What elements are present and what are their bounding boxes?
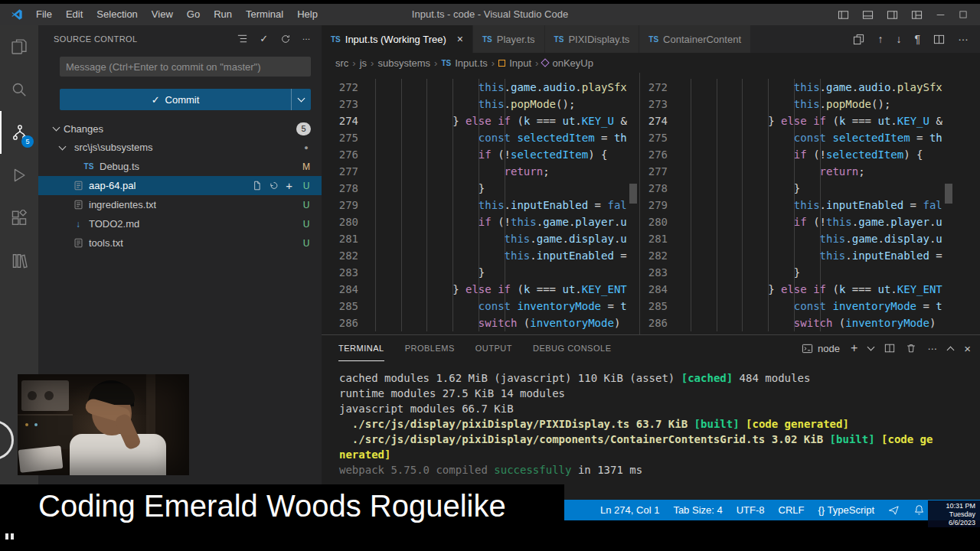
close-panel-icon[interactable]: × xyxy=(964,342,971,355)
code-line[interactable]: 286 switch (inventoryMode) xyxy=(322,315,639,331)
code-line[interactable]: 285 const inventoryMode = t xyxy=(322,298,639,315)
commit-dropdown[interactable] xyxy=(291,89,311,110)
split-terminal-icon[interactable] xyxy=(884,343,895,354)
diff-pane-modified[interactable]: 272 this.game.audio.playSfx273 this.popM… xyxy=(640,73,980,334)
status-encoding[interactable]: UTF-8 xyxy=(737,504,765,516)
code-line[interactable]: 281 this.game.display.u xyxy=(322,230,639,247)
activity-extensions-icon[interactable] xyxy=(0,197,38,240)
activity-source-control-icon[interactable]: 5 xyxy=(0,111,38,154)
code-line[interactable]: 281 this.game.display.u xyxy=(640,230,980,247)
more-actions-icon[interactable]: … xyxy=(302,32,311,41)
menu-go[interactable]: Go xyxy=(180,4,207,25)
menu-selection[interactable]: Selection xyxy=(90,4,144,25)
scm-file-row[interactable]: tools.txtU xyxy=(38,233,322,253)
activity-search-icon[interactable] xyxy=(0,68,38,111)
panel-tab-debug-console[interactable]: DEBUG CONSOLE xyxy=(533,335,611,361)
status-cursor-position[interactable]: Ln 274, Col 1 xyxy=(600,504,659,516)
maximize-panel-icon[interactable] xyxy=(947,346,955,354)
code-line[interactable]: 286 switch (inventoryMode) xyxy=(640,315,980,331)
toggle-panel-icon[interactable] xyxy=(862,9,874,21)
panel-tab-problems[interactable]: PROBLEMS xyxy=(405,335,455,361)
code-line[interactable]: 275 const selectedItem = th xyxy=(322,129,639,146)
code-line[interactable]: 283 } xyxy=(322,264,639,281)
menu-help[interactable]: Help xyxy=(290,4,325,25)
status-eol[interactable]: CRLF xyxy=(779,504,805,516)
commit-button[interactable]: ✓ Commit xyxy=(60,89,311,110)
menu-run[interactable]: Run xyxy=(207,4,239,25)
whitespace-toggle-icon[interactable]: ¶ xyxy=(914,33,920,45)
more-actions-icon[interactable]: … xyxy=(958,31,969,43)
panel-tab-terminal[interactable]: TERMINAL xyxy=(338,335,384,361)
changes-section-header[interactable]: Changes 5 xyxy=(38,119,322,138)
commit-check-icon[interactable]: ✓ xyxy=(260,33,268,44)
scm-file-row[interactable]: ingredientes.txtU xyxy=(38,195,322,214)
menu-terminal[interactable]: Terminal xyxy=(239,4,290,25)
scm-file-row[interactable]: TSDebug.tsM xyxy=(38,157,322,176)
code-line[interactable]: 277 return; xyxy=(322,163,639,180)
discard-changes-icon[interactable] xyxy=(269,181,279,191)
stage-changes-icon[interactable]: + xyxy=(286,181,292,191)
tab-player-ts[interactable]: TSPlayer.ts xyxy=(473,25,545,53)
code-line[interactable]: 280 if (!this.game.player.u xyxy=(322,214,639,230)
previous-change-icon[interactable]: ↑ xyxy=(877,33,883,45)
code-line[interactable]: 274 } else if (k === ut.KEY_U & xyxy=(322,112,639,129)
code-line[interactable]: 276 if (!selectedItem) { xyxy=(640,146,980,163)
minimize-icon[interactable] xyxy=(936,10,946,20)
status-indentation[interactable]: Tab Size: 4 xyxy=(673,504,722,516)
scm-file-row[interactable]: aap-64.pal+U xyxy=(38,176,322,195)
tab-input-ts-working-tree-[interactable]: TSInput.ts (Working Tree)× xyxy=(322,25,473,53)
breadcrumb-input-ts[interactable]: TSInput.ts xyxy=(441,57,487,69)
commit-message-input[interactable]: Message (Ctrl+Enter to commit on "master… xyxy=(60,57,311,77)
menu-file[interactable]: File xyxy=(29,4,59,25)
code-line[interactable]: 273 this.popMode(); xyxy=(322,96,639,112)
split-editor-icon[interactable] xyxy=(933,34,945,45)
scrollbar-thumb[interactable] xyxy=(629,184,637,204)
status-language[interactable]: {} TypeScript xyxy=(818,504,874,516)
code-line[interactable]: 277 return; xyxy=(640,163,980,180)
tab-pixidisplay-ts[interactable]: TSPIXIDisplay.ts xyxy=(545,25,640,53)
notifications-bell-icon[interactable] xyxy=(913,504,925,516)
activity-references-icon[interactable] xyxy=(0,240,38,282)
terminal-dropdown-icon[interactable] xyxy=(867,343,875,350)
code-line[interactable]: 279 this.inputEnabled = fal xyxy=(640,197,980,214)
customize-layout-icon[interactable] xyxy=(911,9,923,21)
code-line[interactable]: 273 this.popMode(); xyxy=(640,96,980,112)
menu-view[interactable]: View xyxy=(145,4,180,25)
breadcrumb-js[interactable]: js xyxy=(360,57,367,69)
close-icon[interactable]: × xyxy=(457,33,463,45)
diff-pane-original[interactable]: 272 this.game.audio.playSfx273 this.popM… xyxy=(322,73,640,334)
breadcrumb-onkeyup[interactable]: onKeyUp xyxy=(542,57,593,69)
toggle-secondary-sidebar-icon[interactable] xyxy=(887,9,898,21)
breadcrumb-subsystems[interactable]: subsystems xyxy=(377,57,430,69)
toggle-sidebar-icon[interactable] xyxy=(838,9,849,21)
open-file-icon[interactable] xyxy=(252,181,262,191)
menu-edit[interactable]: Edit xyxy=(59,4,90,25)
feedback-icon[interactable] xyxy=(888,504,900,516)
maximize-icon[interactable] xyxy=(959,10,968,19)
code-line[interactable]: 279 this.inputEnabled = fal xyxy=(322,197,639,214)
kill-terminal-icon[interactable] xyxy=(906,343,916,354)
next-change-icon[interactable]: ↓ xyxy=(896,33,901,45)
code-line[interactable]: 283 } xyxy=(640,264,980,281)
code-line[interactable]: 284 } else if (k === ut.KEY_ENT xyxy=(322,281,639,298)
breadcrumb-input[interactable]: Input xyxy=(498,57,531,69)
code-line[interactable]: 280 if (!this.game.player.u xyxy=(640,214,980,230)
terminal-output[interactable]: cached modules 1.62 MiB (javascript) 110… xyxy=(322,361,980,478)
code-line[interactable]: 282 this.inputEnabled = xyxy=(640,247,980,264)
tab-containercontent[interactable]: TSContainerContent xyxy=(639,25,751,53)
code-line[interactable]: 272 this.game.audio.playSfx xyxy=(322,79,639,96)
activity-explorer-icon[interactable] xyxy=(0,25,38,68)
code-line[interactable]: 272 this.game.audio.playSfx xyxy=(640,79,980,96)
breadcrumb-src[interactable]: src xyxy=(335,57,348,69)
view-as-tree-icon[interactable] xyxy=(237,33,248,44)
code-line[interactable]: 282 this.inputEnabled = xyxy=(322,247,639,264)
code-line[interactable]: 285 const inventoryMode = t xyxy=(640,298,980,315)
scm-folder-row[interactable]: src\js\subsystems● xyxy=(38,138,322,157)
code-line[interactable]: 276 if (!selectedItem) { xyxy=(322,146,639,163)
code-line[interactable]: 278 } xyxy=(640,180,980,197)
refresh-icon[interactable] xyxy=(280,34,291,44)
code-line[interactable]: 278 } xyxy=(322,180,639,197)
code-line[interactable]: 284 } else if (k === ut.KEY_ENT xyxy=(640,281,980,298)
panel-tab-output[interactable]: OUTPUT xyxy=(475,335,512,361)
scrollbar-thumb[interactable] xyxy=(945,184,952,204)
